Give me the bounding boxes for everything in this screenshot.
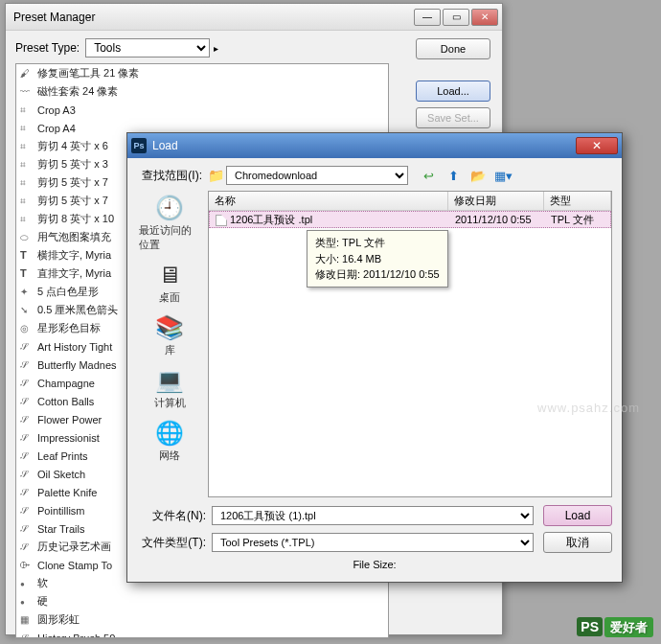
newfolder-icon[interactable]: 📂 <box>467 166 489 185</box>
view-icon[interactable]: ▦▾ <box>492 166 513 185</box>
preset-item-label: Butterfly Madnes <box>37 359 117 371</box>
dot-icon <box>20 595 34 609</box>
col-date[interactable]: 修改日期 <box>448 192 544 210</box>
load-titlebar[interactable]: Ps Load ✕ <box>127 133 622 158</box>
places-bar: 🕘最近访问的位置 🖥桌面 📚库 💻计算机 🌐网络 <box>137 191 202 497</box>
lookin-select[interactable]: Chromedownload <box>226 166 408 185</box>
up-icon[interactable]: ⬆ <box>443 166 464 185</box>
preset-item-label: Palette Knife <box>37 487 97 498</box>
file-icon <box>216 215 227 226</box>
done-button[interactable]: Done <box>416 38 490 59</box>
preset-item-label: Star Trails <box>37 523 85 535</box>
text-icon <box>20 267 34 281</box>
preset-item-label: Clone Stamp To <box>37 560 112 571</box>
filename-label: 文件名(N): <box>137 508 206 524</box>
crop-icon <box>20 158 34 172</box>
preset-item-label: History Brush 50 <box>37 632 115 639</box>
load-dialog: Ps Load ✕ 查找范围(I): 📁 Chromedownload ↩ ⬆ … <box>126 132 623 583</box>
place-desktop[interactable]: 🖥桌面 <box>152 258 187 307</box>
star-icon <box>20 286 34 299</box>
watermark-url: www.psahz.com <box>537 401 640 415</box>
preset-item-label: Crop A4 <box>37 123 76 134</box>
art-icon <box>20 486 34 499</box>
back-icon[interactable]: ↩ <box>418 166 439 185</box>
file-list-area[interactable]: 名称 修改日期 类型 1206工具预设 .tpl 2011/12/10 0:55… <box>208 191 612 497</box>
preset-item-label: 剪切 5 英寸 x 7 <box>37 175 108 190</box>
file-tooltip: 类型: TPL 文件 大小: 16.4 MB 修改日期: 2011/12/10 … <box>307 230 448 288</box>
crop-icon <box>20 195 34 208</box>
stamp-icon <box>20 559 34 572</box>
preset-item[interactable]: History Brush 50 <box>16 629 388 638</box>
preset-item-label: 历史记录艺术画 <box>37 540 111 554</box>
load-title: Load <box>152 139 576 152</box>
file-row-selected[interactable]: 1206工具预设 .tpl 2011/12/10 0:55 TPL 文件 <box>209 211 611 228</box>
preset-type-select[interactable]: Tools <box>85 38 210 58</box>
dialog-load-button[interactable]: Load <box>543 505 612 526</box>
preset-item-label: 硬 <box>37 594 48 609</box>
art-icon <box>20 468 34 481</box>
ps-icon: Ps <box>131 138 147 153</box>
art-icon <box>20 340 34 354</box>
close-button[interactable]: ✕ <box>471 9 498 26</box>
art-icon <box>20 377 34 390</box>
file-name: 1206工具预设 .tpl <box>230 214 312 225</box>
art-icon <box>20 522 34 536</box>
place-library[interactable]: 📚库 <box>152 310 187 359</box>
bubble-icon <box>20 231 34 244</box>
art-icon <box>20 632 34 639</box>
crop-icon <box>20 213 34 226</box>
preset-item-label: 剪切 8 英寸 x 10 <box>37 212 114 226</box>
col-name[interactable]: 名称 <box>209 192 448 210</box>
filetype-label: 文件类型(T): <box>137 535 206 551</box>
filename-input[interactable]: 1206工具预设 (1).tpl <box>212 506 534 525</box>
preset-item[interactable]: 修复画笔工具 21 像素 <box>16 64 388 82</box>
text-icon <box>20 249 34 263</box>
preset-item-label: 圆形彩虹 <box>37 612 80 627</box>
preset-item[interactable]: 磁性套索 24 像素 <box>16 82 388 101</box>
watermark-brand: PS爱好者 <box>577 618 653 636</box>
art-icon <box>20 504 34 518</box>
crop-icon <box>20 122 34 135</box>
filesize-label: File Size: <box>353 559 396 570</box>
place-network[interactable]: 🌐网络 <box>152 416 187 465</box>
art-icon <box>20 358 34 372</box>
file-date: 2011/12/10 0:55 <box>449 214 545 225</box>
folder-icon: 📁 <box>208 168 224 183</box>
col-type[interactable]: 类型 <box>544 192 611 210</box>
art-icon <box>20 540 34 554</box>
preset-item-label: 剪切 4 英寸 x 6 <box>37 139 108 153</box>
preset-item[interactable]: Crop A3 <box>16 101 388 119</box>
arrow-icon <box>20 304 34 317</box>
lookin-label: 查找范围(I): <box>137 168 202 184</box>
load-close-button[interactable]: ✕ <box>576 137 618 154</box>
preset-item-label: 软 <box>37 576 48 590</box>
target-icon <box>20 322 34 335</box>
preset-item[interactable]: 圆形彩虹 <box>16 610 388 629</box>
preset-item-label: 剪切 5 英寸 x 7 <box>37 194 108 208</box>
load-button[interactable]: Load... <box>416 80 490 102</box>
crop-icon <box>20 176 34 190</box>
preset-item-label: 星形彩色目标 <box>37 321 101 335</box>
preset-item[interactable]: 硬 <box>16 592 388 610</box>
preset-item-label: Champagne <box>37 378 95 389</box>
preset-item-label: 5 点白色星形 <box>37 285 99 299</box>
dot-icon <box>20 577 34 590</box>
save-set-button[interactable]: Save Set... <box>416 107 490 128</box>
art-icon <box>20 413 34 426</box>
preset-item-label: Impressionist <box>37 432 100 444</box>
place-computer[interactable]: 💻计算机 <box>152 363 188 412</box>
maximize-button[interactable]: ▭ <box>443 9 469 26</box>
dropdown-arrow-icon[interactable]: ▸ <box>214 43 218 54</box>
art-icon <box>20 395 34 408</box>
preset-item-label: 磁性套索 24 像素 <box>37 84 118 99</box>
preset-item-label: Flower Power <box>37 414 102 426</box>
crop-icon <box>20 104 34 117</box>
preset-item-label: Cotton Balls <box>37 396 94 407</box>
preset-item-label: Art History Tight <box>37 341 112 353</box>
filetype-select[interactable]: Tool Presets (*.TPL) <box>212 533 534 552</box>
preset-item-label: 直排文字, Myria <box>37 266 111 281</box>
place-recent[interactable]: 🕘最近访问的位置 <box>137 191 202 254</box>
dialog-cancel-button[interactable]: 取消 <box>543 532 612 553</box>
minimize-button[interactable]: — <box>414 9 441 26</box>
pm-titlebar[interactable]: Preset Manager — ▭ ✕ <box>6 4 502 31</box>
